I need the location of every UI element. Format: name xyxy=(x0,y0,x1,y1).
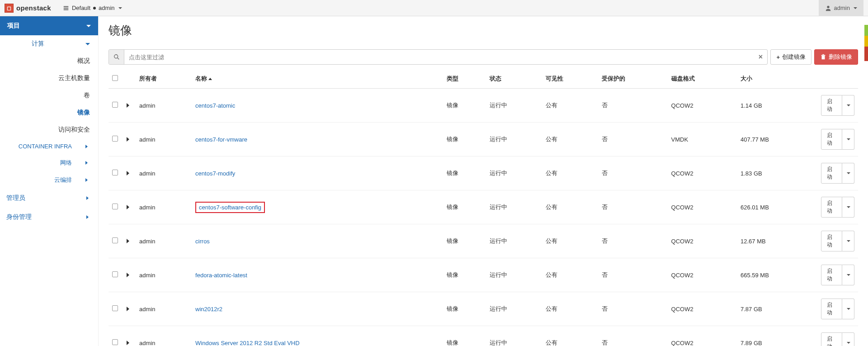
cell-protected: 否 xyxy=(598,123,667,156)
launch-button[interactable]: 启动 xyxy=(821,231,842,251)
nav-container-infra[interactable]: CONTAINER INFRA xyxy=(0,138,98,154)
cell-status: 运行中 xyxy=(486,258,542,292)
nav-project-label: 项目 xyxy=(7,22,20,30)
col-owner[interactable]: 所有者 xyxy=(136,69,192,89)
cell-type: 镜像 xyxy=(443,89,486,123)
nav-volumes[interactable]: 卷 xyxy=(0,87,98,104)
image-name-link[interactable]: centos7-for-vmware xyxy=(195,136,247,143)
action-dropdown[interactable] xyxy=(842,265,854,285)
context-picker[interactable]: Default admin xyxy=(59,3,126,13)
nav-admin[interactable]: 管理员 xyxy=(0,189,98,208)
image-name-link[interactable]: fedora-atomic-latest xyxy=(195,272,247,279)
nav-overview[interactable]: 概况 xyxy=(0,52,98,70)
col-protected[interactable]: 受保护的 xyxy=(598,69,667,89)
col-size[interactable]: 大小 xyxy=(737,69,817,89)
layers-icon xyxy=(63,5,69,11)
col-type[interactable]: 类型 xyxy=(443,69,486,89)
toolbar: × + 创建镜像 删除镜像 xyxy=(108,49,858,65)
expand-row-icon[interactable] xyxy=(127,239,129,243)
row-checkbox[interactable] xyxy=(112,237,118,243)
create-image-button[interactable]: + 创建镜像 xyxy=(770,49,811,65)
expand-row-icon[interactable] xyxy=(127,205,129,209)
col-visibility[interactable]: 可见性 xyxy=(542,69,598,89)
row-checkbox[interactable] xyxy=(112,204,118,209)
search-wrap: × xyxy=(108,49,768,65)
cell-protected: 否 xyxy=(598,292,667,326)
image-name-link[interactable]: centos7-modify xyxy=(195,170,235,177)
nav-project[interactable]: 项目 xyxy=(0,16,98,35)
separator-dot-icon xyxy=(93,7,96,9)
clear-search-button[interactable]: × xyxy=(754,50,767,64)
nav-instances[interactable]: 云主机数量 xyxy=(0,70,98,87)
row-checkbox[interactable] xyxy=(112,102,118,108)
cell-name: centos7-software-config xyxy=(192,190,443,224)
user-icon xyxy=(825,5,831,11)
launch-button[interactable]: 启动 xyxy=(821,95,842,116)
cell-status: 运行中 xyxy=(486,292,542,326)
launch-button[interactable]: 启动 xyxy=(821,197,842,218)
cell-status: 运行中 xyxy=(486,224,542,258)
row-checkbox[interactable] xyxy=(112,136,118,142)
launch-button[interactable]: 启动 xyxy=(821,163,842,184)
row-checkbox[interactable] xyxy=(112,305,118,311)
action-dropdown[interactable] xyxy=(842,332,854,346)
cell-visibility: 公有 xyxy=(542,326,598,346)
nav-access[interactable]: 访问和安全 xyxy=(0,121,98,138)
action-dropdown[interactable] xyxy=(842,163,854,184)
expand-row-icon[interactable] xyxy=(127,137,129,142)
nav-network[interactable]: 网络 xyxy=(0,154,98,171)
action-dropdown[interactable] xyxy=(842,231,854,251)
images-table: 所有者 名称 类型 状态 可见性 受保护的 磁盘格式 大小 admincento… xyxy=(108,69,858,346)
action-dropdown[interactable] xyxy=(842,129,854,150)
action-dropdown[interactable] xyxy=(842,197,854,218)
image-name-link[interactable]: Windows Server 2012 R2 Std Eval VHD xyxy=(195,340,299,346)
row-checkbox[interactable] xyxy=(112,339,118,345)
nav-images[interactable]: 镜像 xyxy=(0,104,98,121)
expand-row-icon[interactable] xyxy=(127,171,129,175)
action-dropdown[interactable] xyxy=(842,299,854,319)
nav-orchestration[interactable]: 云编排 xyxy=(0,171,98,189)
image-name-link[interactable]: centos7-software-config xyxy=(199,204,261,211)
create-label: 创建镜像 xyxy=(782,53,806,61)
status-strip xyxy=(864,25,868,61)
row-checkbox[interactable] xyxy=(112,170,118,175)
cell-status: 运行中 xyxy=(486,156,542,190)
expand-row-icon[interactable] xyxy=(127,341,129,345)
expand-row-icon[interactable] xyxy=(127,273,129,277)
trash-icon xyxy=(820,54,826,60)
launch-button[interactable]: 启动 xyxy=(821,299,842,319)
nav-orchestration-label: 云编排 xyxy=(8,176,85,184)
row-checkbox[interactable] xyxy=(112,271,118,277)
caret-down-icon xyxy=(847,172,850,174)
cell-disk-format: QCOW2 xyxy=(668,190,737,224)
cell-type: 镜像 xyxy=(443,326,486,346)
expand-row-icon[interactable] xyxy=(127,103,129,108)
cell-size: 1.83 GB xyxy=(737,156,817,190)
col-name[interactable]: 名称 xyxy=(192,69,443,89)
caret-down-icon xyxy=(847,240,850,242)
delete-image-button[interactable]: 删除镜像 xyxy=(814,49,858,65)
launch-button[interactable]: 启动 xyxy=(821,129,842,150)
cell-status: 运行中 xyxy=(486,190,542,224)
image-name-link[interactable]: cirros xyxy=(195,238,210,245)
image-name-link[interactable]: win2012r2 xyxy=(195,306,222,313)
cell-type: 镜像 xyxy=(443,123,486,156)
image-name-link[interactable]: centos7-atomic xyxy=(195,102,235,109)
brand-logo[interactable]: ◻ openstack xyxy=(5,4,51,13)
nav-compute[interactable]: 计算 xyxy=(0,35,98,52)
nav-identity[interactable]: 身份管理 xyxy=(0,208,98,227)
launch-button[interactable]: 启动 xyxy=(821,265,842,285)
user-menu[interactable]: admin xyxy=(819,0,863,16)
select-all-checkbox[interactable] xyxy=(112,75,118,81)
nav-admin-label: 管理员 xyxy=(6,194,25,202)
action-dropdown[interactable] xyxy=(842,95,854,116)
col-status[interactable]: 状态 xyxy=(486,69,542,89)
expand-row-icon[interactable] xyxy=(127,307,129,311)
launch-button[interactable]: 启动 xyxy=(821,332,842,346)
caret-down-icon xyxy=(847,308,850,310)
cell-visibility: 公有 xyxy=(542,190,598,224)
chevron-right-icon xyxy=(85,178,90,182)
search-input[interactable] xyxy=(124,50,754,64)
cell-name: centos7-modify xyxy=(192,156,443,190)
col-disk-format[interactable]: 磁盘格式 xyxy=(668,69,737,89)
